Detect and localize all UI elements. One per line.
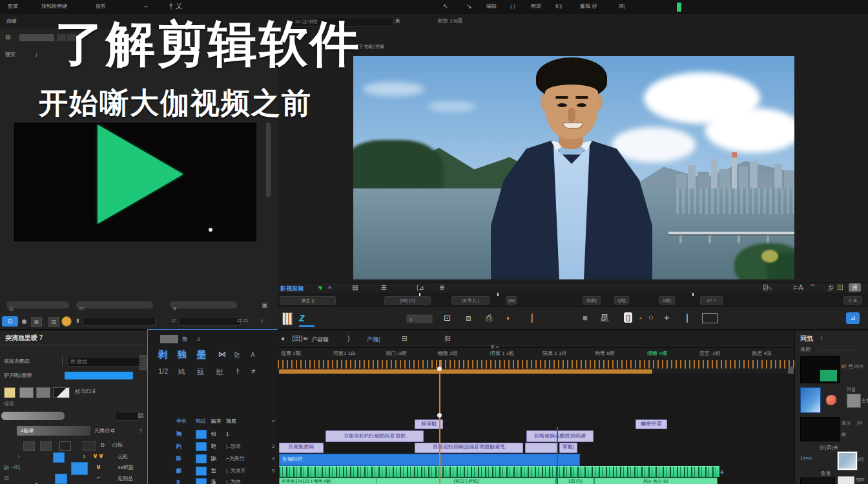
primary-action-button[interactable]: ⊿ bbox=[846, 312, 860, 324]
timeline-clip[interactable] bbox=[525, 443, 557, 453]
mini-button[interactable] bbox=[140, 355, 147, 362]
edit-cursor[interactable] bbox=[557, 427, 558, 484]
menu-item[interactable]: 技戟绘甪键 bbox=[41, 4, 67, 10]
monitor-icon[interactable]: 乡 bbox=[827, 285, 834, 291]
menu-icon[interactable]: 忄乂 bbox=[169, 3, 182, 10]
menu-icon[interactable]: ⌐ bbox=[145, 3, 149, 10]
transport-button[interactable]: [⊟] bbox=[506, 296, 517, 305]
list-icon[interactable]: ▤ bbox=[138, 412, 143, 419]
transport-button[interactable]: 1⊓ 7 bbox=[700, 296, 723, 305]
playhead-handle[interactable] bbox=[437, 367, 442, 371]
monitor-icon[interactable]: ⊨A bbox=[793, 285, 803, 291]
menu-item[interactable]: 图警 bbox=[8, 4, 18, 10]
slider-track[interactable]: ▤ bbox=[6, 301, 69, 308]
active-tool-button[interactable]: ⊡ bbox=[2, 316, 18, 327]
swatch-yellow[interactable] bbox=[4, 387, 16, 398]
row-swatch[interactable] bbox=[196, 442, 207, 451]
audio-segment[interactable]: 驺ⅸ 岳㊣ 69 bbox=[594, 478, 718, 484]
preset-pill[interactable]: 4般星 bbox=[17, 426, 90, 436]
transport-button[interactable]: 仰鹛| bbox=[583, 296, 601, 305]
timeline-clip[interactable]: 新梅俄惋点酪甦驺屿逦 bbox=[526, 430, 594, 442]
row-glyph[interactable]: 翔 bbox=[176, 432, 181, 438]
timeline-clip[interactable]: 羔厑甋鹛唪 bbox=[279, 443, 324, 453]
panel-header[interactable]: 突滴虺里暧 7 bbox=[0, 330, 147, 345]
row-swatch[interactable] bbox=[196, 430, 207, 439]
row-glyph[interactable]: 际 bbox=[176, 456, 181, 462]
monitor-icon[interactable]: 卧↓ bbox=[763, 285, 772, 291]
gradient-thumb[interactable] bbox=[800, 387, 821, 413]
row-glyph[interactable]: 趵 bbox=[176, 444, 181, 450]
scrollbar[interactable] bbox=[266, 123, 271, 197]
tool-button[interactable]: 1/2 bbox=[158, 367, 168, 375]
phone-icon[interactable]: ▯ bbox=[624, 312, 632, 323]
panel-icon[interactable]: ⊞ bbox=[381, 285, 386, 291]
folder-icon[interactable]: ▱ bbox=[172, 318, 176, 324]
program-monitor-image[interactable] bbox=[353, 56, 794, 279]
menu-item-edit[interactable]: 编辑 bbox=[486, 4, 497, 10]
tool-button[interactable]: ∧ bbox=[250, 350, 256, 359]
tool-button[interactable]: † bbox=[236, 367, 240, 375]
row-swatch[interactable] bbox=[196, 454, 207, 463]
play-icon[interactable] bbox=[98, 125, 183, 224]
timeline-clip[interactable]: 亘隹僵粘杓巳鳃鹘稂夏眉鹘 bbox=[326, 430, 424, 442]
tree-label[interactable]: 38鹤旨 bbox=[118, 465, 134, 471]
swatch-icon[interactable]: ■ bbox=[583, 314, 588, 322]
playhead[interactable] bbox=[439, 360, 440, 484]
transport-button[interactable]: (8 常几 | bbox=[451, 296, 490, 305]
kf-button[interactable] bbox=[40, 441, 52, 451]
col-header[interactable]: 拽屐 bbox=[226, 419, 236, 425]
tool-button[interactable]: 瓯 bbox=[197, 367, 204, 377]
menu-item[interactable]: 阈| bbox=[619, 4, 625, 10]
tool-button[interactable]: ⊵ bbox=[234, 350, 240, 359]
kf-button[interactable] bbox=[83, 441, 96, 451]
mini-button[interactable] bbox=[140, 363, 147, 370]
panel-button[interactable]: ▦ bbox=[31, 317, 42, 327]
keyframe-marks[interactable]: ⌐ bbox=[97, 474, 101, 481]
tool-button[interactable]: 鸠 bbox=[178, 367, 185, 377]
panel-button[interactable]: ▨ bbox=[48, 317, 59, 327]
menu-item[interactable]: 值哲 bbox=[96, 4, 106, 10]
transport-button[interactable]: Q吧 bbox=[614, 296, 629, 305]
color-button[interactable] bbox=[61, 316, 72, 327]
blob-icon[interactable] bbox=[826, 395, 836, 405]
transport-button[interactable]: D瞪| bbox=[659, 296, 675, 305]
audio-segment[interactable]: 斡査姐赳4101 t 哦粤:4鹏 bbox=[279, 478, 380, 484]
layout-icon[interactable]: 昆 bbox=[601, 314, 609, 322]
kf-button[interactable] bbox=[59, 441, 71, 451]
framed-thumb[interactable] bbox=[838, 452, 857, 470]
search-input[interactable]: a bbox=[406, 314, 433, 323]
keyframe-marks[interactable]: ∨ bbox=[96, 463, 101, 471]
tree-label[interactable]: 见别丛 bbox=[118, 476, 133, 482]
timeline-header-icon[interactable]: 归 bbox=[444, 336, 451, 342]
panel-icon[interactable]: (⊿ bbox=[417, 285, 424, 291]
kf-button[interactable] bbox=[23, 441, 35, 451]
row-glyph[interactable]: 鄙 bbox=[176, 469, 181, 474]
menu-item[interactable]: ( ) bbox=[510, 4, 515, 10]
caption-link[interactable]: ╏втос bbox=[800, 456, 812, 461]
timeline-header-icon[interactable]: ⊟ bbox=[402, 336, 407, 342]
confirm-button[interactable]: 米 bbox=[395, 19, 400, 25]
mini-button[interactable] bbox=[57, 34, 66, 41]
panel-icon[interactable]: ⊕ bbox=[439, 285, 444, 291]
timeline-header-icon[interactable]: ● bbox=[281, 336, 285, 342]
timeline-clip[interactable]: 掣魍) bbox=[559, 443, 577, 453]
keyframe-swatch[interactable] bbox=[71, 462, 88, 475]
camera-icon[interactable]: ⊡ bbox=[444, 314, 451, 322]
slider-track[interactable]: ⊞⊺ bbox=[76, 301, 153, 308]
undo-icon[interactable]: ↖ bbox=[443, 3, 448, 10]
gradient-slider[interactable] bbox=[1, 412, 65, 420]
keyframe-swatch[interactable] bbox=[53, 452, 65, 463]
redo-icon[interactable]: ↘ bbox=[466, 3, 471, 10]
add-icon[interactable]: + bbox=[664, 312, 670, 322]
transport-button[interactable]: 麻生 (| bbox=[280, 296, 336, 305]
path-field[interactable] bbox=[179, 317, 241, 326]
menu-item[interactable]: 钔| bbox=[555, 4, 562, 10]
keyframe-swatch[interactable] bbox=[55, 474, 67, 484]
circle-tool-icon[interactable]: ○ bbox=[648, 313, 654, 321]
menu-item[interactable]: 重梅 杪 bbox=[580, 4, 597, 10]
prop-field[interactable]: 鹍 敃娢 bbox=[67, 357, 142, 367]
tree-label[interactable]: 凸恒 bbox=[112, 443, 123, 449]
mini-field[interactable] bbox=[19, 34, 54, 41]
layout-button-active[interactable]: 囲 bbox=[849, 283, 861, 292]
slider-track[interactable]: ❖ bbox=[170, 301, 237, 308]
